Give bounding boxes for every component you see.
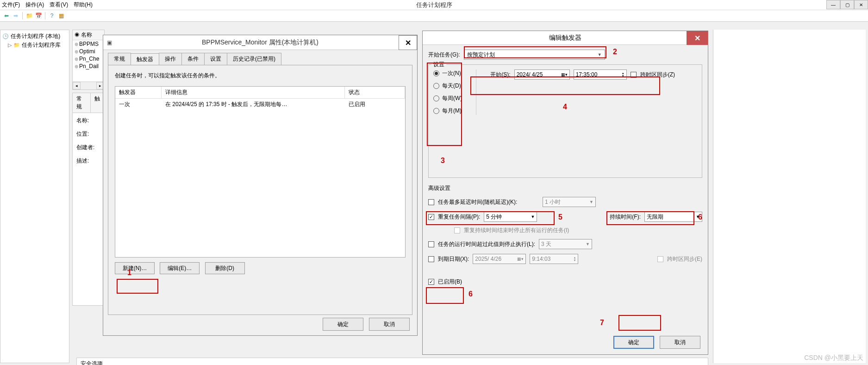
detail-tab-general[interactable]: 常规 [73,93,91,113]
col-status[interactable]: 状态 [345,87,405,99]
edit-dialog-buttons: 确定 取消 [613,336,700,349]
radio-once-label: 一次(N) [442,69,461,77]
props-dialog-buttons: 确定 取消 [323,318,410,331]
repeat-label: 重复任务间隔(P): [438,213,480,221]
trigger-row[interactable]: 一次 在 2024/4/25 的 17:35 时 - 触发后，无限期地每… 已启… [115,99,405,110]
tab-history[interactable]: 历史记录(已禁用) [227,53,281,65]
detail-tabs: 常规 触 [73,93,104,113]
tree-root[interactable]: 🕒 任务计划程序 (本地) [2,32,67,41]
properties-icon[interactable]: ▦ [57,12,65,19]
tree-child-label: 任务计划程序库 [22,41,61,49]
menu-action[interactable]: 操作(A) [25,1,44,9]
start-group: 开始(S): 2024/ 4/25 ▦▾ 17:35:00 ▲▼ 跨时区同步(Z… [490,69,675,115]
settings-legend: 设置 [431,61,446,69]
radio-icon [433,83,439,89]
new-trigger-button[interactable]: 新建(N)… [115,262,155,274]
delay-combo: 1 小时 ▼ [543,197,596,207]
expand-icon[interactable]: ▷ [8,42,12,48]
task-row[interactable]: ⊕BPPMS [73,40,104,48]
radio-icon [433,108,439,114]
start-time-input[interactable]: 17:35:00 ▲▼ [574,69,627,80]
stop-after-checkbox[interactable] [428,241,434,247]
radio-daily[interactable]: 每天(D) [433,82,462,90]
expire-date-value: 2025/ 4/26 [475,256,501,262]
edit-close-button[interactable]: ✕ [687,31,708,45]
advanced-heading: 高级设置 [428,184,702,192]
detail-tab-trigger[interactable]: 触 [91,93,104,113]
detail-panel: 常规 触 名称: 位置: 创建者: 描述: [72,93,105,306]
minimize-button[interactable]: — [826,0,840,9]
back-icon[interactable]: ⬅ [3,12,10,19]
menu-file[interactable]: 文件(F) [2,1,20,9]
toolbar: ⬅ ➡ 📁 📅 ? ▦ [0,10,868,22]
tree-root-label: 任务计划程序 (本地) [11,32,60,40]
tab-general[interactable]: 常规 [108,53,131,65]
radio-icon [433,95,439,101]
edit-ok-button[interactable]: 确定 [613,336,654,349]
tz-sync-checkbox[interactable] [631,72,637,78]
task-row[interactable]: ⊕Optimi [73,48,104,55]
col-trigger[interactable]: 触发器 [115,87,162,99]
props-ok-button[interactable]: 确定 [323,318,363,331]
task-row[interactable]: ⊕Pn_Che [73,55,104,63]
radio-once[interactable]: 一次(N) [433,69,462,77]
menu-help[interactable]: 帮助(H) [74,1,93,9]
tab-body-triggers: 创建任务时，可以指定触发该任务的条件。 触发器 详细信息 状态 一次 在 202… [108,65,412,315]
view-icon[interactable]: 📅 [35,12,42,19]
start-date-input[interactable]: 2024/ 4/25 ▦▾ [514,69,570,80]
close-button[interactable]: ✕ [854,0,868,9]
props-cancel-button[interactable]: 取消 [369,318,410,331]
scroll-left-icon[interactable]: ◂ [73,82,81,89]
radio-icon [433,70,439,76]
repeat-row: 重复任务间隔(P): 5 分钟 ▼ 持续时间(F): 无限期 ▼ [428,212,702,222]
begin-task-row: 开始任务(G): 按预定计划 ▼ [428,50,702,60]
col-detail[interactable]: 详细信息 [162,87,345,99]
security-options: 安全选项 运行任务时，请使用下列用户账户： [76,358,708,365]
tab-settings[interactable]: 设置 [204,53,227,65]
scrollbar[interactable]: ◂ ▸ [73,82,104,89]
enabled-row: 已启用(B) [428,278,702,286]
tab-triggers[interactable]: 触发器 [131,53,159,65]
begin-task-select[interactable]: 按预定计划 ▼ [464,50,605,60]
forward-icon[interactable]: ➡ [12,12,19,19]
detail-location-label: 位置: [76,130,100,138]
radio-weekly[interactable]: 每周(W) [433,94,462,102]
chevron-down-icon: ▼ [531,214,535,219]
tab-conditions[interactable]: 条件 [181,53,205,65]
task-row[interactable]: ⊕Pn_Dail [73,63,104,70]
enabled-checkbox[interactable] [428,279,434,285]
chevron-down-icon: ▼ [589,200,593,204]
chevron-down-icon: ▼ [696,214,700,219]
repeat-combo[interactable]: 5 分钟 ▼ [484,212,537,222]
scroll-track[interactable] [81,82,96,89]
column-name[interactable]: 名称 [81,31,92,39]
repeat-checkbox[interactable] [428,214,434,220]
duration-combo[interactable]: 无限期 ▼ [644,212,702,222]
sort-icon[interactable]: ◉ [75,31,79,39]
detail-author-label: 创建者: [76,144,100,151]
edit-cancel-button[interactable]: 取消 [660,336,700,349]
triggers-table: 触发器 详细信息 状态 一次 在 2024/4/25 的 17:35 时 - 触… [115,86,406,258]
trigger-status-cell: 已启用 [345,99,405,110]
menu-view[interactable]: 查看(V) [50,1,68,9]
begin-task-value: 按预定计划 [467,51,495,59]
maximize-button[interactable]: ▢ [840,0,854,9]
spinner-icon[interactable]: ▲▼ [622,72,624,77]
trigger-type-cell: 一次 [115,99,162,110]
delay-checkbox[interactable] [428,199,434,205]
tab-actions[interactable]: 操作 [159,53,182,65]
tree-child[interactable]: ▷ 📁 任务计划程序库 [2,41,67,50]
radio-monthly[interactable]: 每月(M) [433,107,462,115]
calendar-dropdown-icon: ▦▾ [561,72,568,77]
refresh-icon[interactable]: 📁 [25,12,33,19]
window-controls: — ▢ ✕ [826,0,868,9]
props-close-button[interactable]: ✕ [399,35,417,50]
help-icon[interactable]: ? [48,12,56,19]
expire-time-value: 9:14:03 [532,256,550,262]
task-name: Pn_Che [79,56,99,62]
delete-trigger-button[interactable]: 删除(D) [205,262,245,274]
tz-sync-e-label: 跨时区同步(E) [667,255,702,263]
edit-trigger-button[interactable]: 编辑(E)… [160,262,200,274]
expire-checkbox[interactable] [428,256,434,262]
stop-after-value: 3 天 [541,240,551,248]
